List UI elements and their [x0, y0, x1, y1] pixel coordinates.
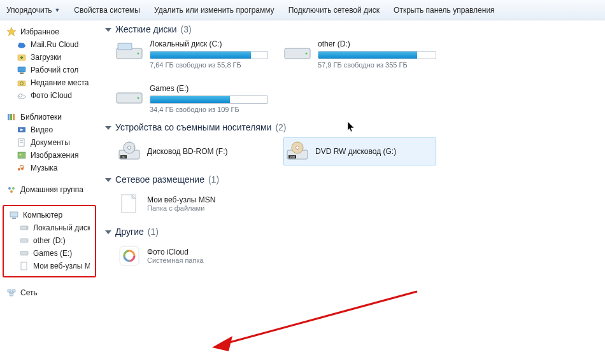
svg-point-21	[8, 187, 11, 190]
sidebar: Избранное Mail.Ru Cloud Загрузки Рабочий…	[0, 20, 99, 364]
sidebar-homegroup: Домашняя группа	[3, 183, 96, 196]
drive-d[interactable]: other (D:) 57,9 ГБ свободно из 355 ГБ	[283, 39, 436, 69]
drive-free-text: 7,64 ГБ свободно из 55,8 ГБ	[150, 61, 268, 69]
sidebar-item-desktop[interactable]: Рабочий стол	[3, 64, 96, 76]
section-hdd-head[interactable]: Жесткие диски (3)	[105, 24, 599, 34]
sidebar-item-drive-e[interactable]: Games (E:)	[5, 247, 94, 260]
sidebar-network-head[interactable]: Сеть	[3, 286, 96, 299]
sidebar-item-documents[interactable]: Документы	[3, 136, 96, 149]
collapse-icon	[105, 230, 111, 234]
sidebar-homegroup-head[interactable]: Домашняя группа	[3, 183, 96, 196]
drive-icon	[19, 248, 29, 258]
svg-rect-30	[21, 262, 27, 270]
svg-point-35	[138, 53, 139, 55]
svg-rect-11	[8, 114, 10, 120]
drive-e[interactable]: Games (E:) 34,4 ГБ свободно из 109 ГБ	[115, 84, 268, 113]
section-removable: Устройства со съемными носителями (2) BD…	[105, 122, 599, 165]
hdd-icon	[115, 84, 143, 107]
sidebar-item-drive-c[interactable]: Локальный диск (C:)	[5, 221, 94, 234]
drive-c[interactable]: Локальный диск (C:) 7,64 ГБ свободно из …	[115, 39, 268, 69]
sidebar-libraries-label: Библиотеки	[20, 113, 62, 122]
sidebar-item-label: Изображения	[31, 151, 78, 160]
section-hdd-title: Жесткие диски	[115, 24, 177, 34]
sidebar-item-drive-d[interactable]: other (D:)	[5, 234, 94, 247]
svg-rect-52	[120, 246, 139, 265]
svg-point-43	[128, 146, 131, 150]
item-name: Дисковод BD-ROM (F:)	[147, 147, 228, 156]
item-name: Фото iCloud	[147, 248, 204, 256]
sidebar-item-mailru[interactable]: Mail.Ru Cloud	[3, 38, 96, 51]
section-netloc-title: Сетевое размещение	[115, 174, 204, 185]
section-netloc: Сетевое размещение (1) Мои веб-узлы MSN …	[105, 174, 599, 218]
svg-point-23	[10, 190, 13, 193]
cursor-icon	[347, 121, 356, 134]
toolbar-control-panel[interactable]: Открыть панель управления	[394, 6, 495, 15]
svg-rect-29	[20, 251, 28, 255]
drive-usage-bar	[150, 95, 268, 104]
svg-point-48	[296, 146, 299, 150]
svg-point-10	[19, 94, 22, 97]
drive-free-text: 34,4 ГБ свободно из 109 ГБ	[150, 106, 268, 113]
page-icon	[19, 261, 29, 271]
sidebar-item-label: Локальный диск (C:)	[33, 223, 90, 232]
svg-rect-13	[13, 114, 15, 120]
sidebar-item-downloads[interactable]: Загрузки	[3, 51, 96, 64]
sidebar-item-msn[interactable]: Мои веб-узлы MSN	[5, 260, 94, 272]
item-name: DVD RW дисковод (G:)	[315, 147, 396, 156]
section-other-head[interactable]: Другие (1)	[105, 227, 599, 237]
sidebar-item-label: Мои веб-узлы MSN	[33, 262, 90, 270]
sidebar-item-music[interactable]: Музыка	[3, 162, 96, 174]
section-hdd-count: (3)	[181, 24, 192, 34]
sidebar-item-pictures[interactable]: Изображения	[3, 149, 96, 162]
sidebar-item-recent[interactable]: Недавние места	[3, 76, 96, 89]
sidebar-item-video[interactable]: Видео	[3, 123, 96, 136]
section-netloc-count: (1)	[208, 174, 219, 185]
toolbar-uninstall[interactable]: Удалить или изменить программу	[154, 6, 274, 15]
libraries-icon	[6, 112, 17, 122]
chevron-down-icon: ▼	[54, 7, 60, 13]
item-icloud-photos[interactable]: Фото iCloud Системная папка	[115, 242, 268, 270]
drive-name: other (D:)	[318, 39, 436, 48]
svg-rect-6	[20, 73, 24, 74]
item-bdrom[interactable]: BD Дисковод BD-ROM (F:)	[115, 137, 268, 165]
section-hdd: Жесткие диски (3) Локальный диск (C:) 7,…	[105, 24, 599, 113]
svg-point-3	[22, 43, 25, 46]
sidebar-computer-label: Компьютер	[23, 211, 62, 220]
svg-rect-36	[118, 43, 132, 50]
photos-icon	[118, 244, 141, 267]
svg-marker-0	[7, 27, 16, 36]
pictures-icon	[17, 150, 27, 160]
sidebar-computer-head[interactable]: Компьютер	[5, 209, 94, 221]
drive-name: Games (E:)	[150, 84, 268, 93]
toolbar-organize-label: Упорядочить	[6, 6, 52, 15]
drive-usage-bar	[150, 51, 268, 59]
sidebar-favorites-label: Избранное	[20, 27, 59, 36]
toolbar-properties[interactable]: Свойства системы	[74, 6, 140, 15]
sidebar-libraries: Библиотеки Видео Документы Изображения М…	[3, 111, 96, 174]
sidebar-libraries-head[interactable]: Библиотеки	[3, 111, 96, 123]
hdd-icon	[115, 39, 143, 62]
sidebar-favorites: Избранное Mail.Ru Cloud Загрузки Рабочий…	[3, 25, 96, 102]
sidebar-favorites-head[interactable]: Избранное	[3, 25, 96, 38]
toolbar-map-drive[interactable]: Подключить сетевой диск	[288, 6, 380, 15]
sidebar-item-label: Документы	[31, 138, 70, 147]
toolbar-organize[interactable]: Упорядочить ▼	[6, 6, 60, 15]
hdd-icon	[283, 39, 311, 62]
toolbar-control-panel-label: Открыть панель управления	[394, 6, 495, 15]
svg-rect-33	[10, 293, 13, 296]
svg-rect-32	[12, 290, 15, 292]
annotation-arrow	[207, 286, 424, 356]
toolbar-map-drive-label: Подключить сетевой диск	[288, 6, 380, 15]
section-netloc-head[interactable]: Сетевое размещение (1)	[105, 174, 599, 185]
item-msn-web[interactable]: Мои веб-узлы MSN Папка с файлами	[115, 190, 268, 218]
computer-icon	[9, 210, 19, 220]
video-icon	[17, 125, 27, 135]
sidebar-item-label: Музыка	[31, 164, 57, 172]
item-dvdrw[interactable]: DVD DVD RW дисковод (G:)	[283, 137, 436, 165]
drive-usage-bar	[318, 51, 436, 59]
dvdrw-icon: DVD	[286, 140, 309, 163]
sidebar-item-icloud-photos[interactable]: Фото iCloud	[3, 89, 96, 102]
svg-point-38	[306, 53, 308, 55]
music-icon	[17, 163, 27, 173]
drive-name: Локальный диск (C:)	[150, 39, 268, 48]
